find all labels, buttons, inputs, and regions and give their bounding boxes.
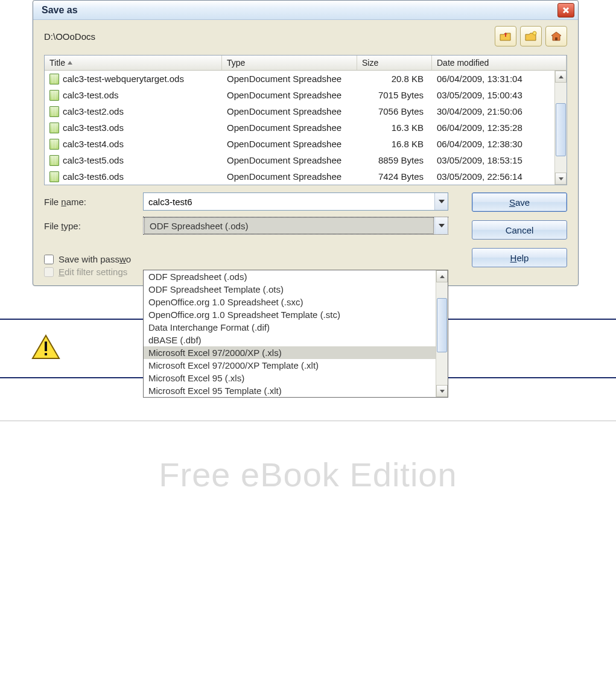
filetype-option[interactable]: Microsoft Excel 97/2000/XP Template (.xl… xyxy=(144,359,448,372)
svg-rect-2 xyxy=(45,342,47,351)
new-folder-icon[interactable] xyxy=(520,26,542,46)
filetype-label: File type: xyxy=(44,221,143,231)
filetype-option[interactable]: Microsoft Excel 95 (.xls) xyxy=(144,372,448,384)
filetype-option[interactable]: Data Interchange Format (.dif) xyxy=(144,321,448,334)
close-icon[interactable] xyxy=(557,3,574,17)
spreadsheet-file-icon xyxy=(49,90,59,101)
filetype-option[interactable]: ODF Spreadsheet (.ods) xyxy=(144,270,448,283)
watermark: Free eBook Edition xyxy=(0,455,616,494)
file-list[interactable]: Title Type Size Date modified calc3-test… xyxy=(44,55,567,185)
filetype-option[interactable]: OpenOffice.org 1.0 Spreadsheet Template … xyxy=(144,308,448,321)
spreadsheet-file-icon xyxy=(49,171,59,182)
filename-input[interactable] xyxy=(144,197,434,207)
chevron-down-icon[interactable] xyxy=(434,217,448,234)
table-row[interactable]: calc3-test6.odsOpenDocument Spreadshee74… xyxy=(45,168,567,185)
chevron-down-icon[interactable] xyxy=(434,193,448,210)
sort-asc-icon xyxy=(68,61,72,65)
column-size[interactable]: Size xyxy=(357,56,432,70)
filetype-selected: ODF Spreadsheet (.ods) xyxy=(144,217,434,234)
dropdown-scrollbar[interactable] xyxy=(436,270,448,397)
cancel-button[interactable]: Cancel xyxy=(472,220,567,240)
save-as-dialog: Save as D:\OOoDocs xyxy=(33,0,579,286)
filetype-option[interactable]: OpenOffice.org 1.0 Spreadsheet (.sxc) xyxy=(144,296,448,308)
warning-icon xyxy=(31,334,60,363)
spreadsheet-file-icon xyxy=(49,155,59,166)
filetype-dropdown[interactable]: ODF Spreadsheet (.ods)ODF Spreadsheet Te… xyxy=(143,270,448,398)
filetype-option[interactable]: ODF Spreadsheet Template (.ots) xyxy=(144,283,448,296)
current-path: D:\OOoDocs xyxy=(44,31,491,42)
filetype-combo[interactable]: ODF Spreadsheet (.ods) xyxy=(143,217,448,235)
filename-label: File name: xyxy=(44,197,143,207)
spreadsheet-file-icon xyxy=(49,74,59,84)
filetype-option[interactable]: dBASE (.dbf) xyxy=(144,334,448,346)
save-with-password-checkbox[interactable]: Save with passwo xyxy=(44,254,459,264)
table-row[interactable]: calc3-test3.odsOpenDocument Spreadshee16… xyxy=(45,119,567,136)
titlebar[interactable]: Save as xyxy=(33,1,578,20)
column-date[interactable]: Date modified xyxy=(432,56,567,70)
svg-rect-1 xyxy=(555,37,557,40)
save-button[interactable]: Save xyxy=(472,192,567,212)
scroll-down-icon[interactable] xyxy=(436,385,448,397)
table-row[interactable]: calc3-test-webquerytarget.odsOpenDocumen… xyxy=(45,71,567,87)
file-list-scrollbar[interactable] xyxy=(554,71,567,185)
column-title[interactable]: Title xyxy=(45,56,222,70)
column-type[interactable]: Type xyxy=(222,56,357,70)
table-row[interactable]: calc3-test4.odsOpenDocument Spreadshee16… xyxy=(45,136,567,152)
help-button[interactable]: Help xyxy=(472,248,567,267)
svg-point-0 xyxy=(533,31,536,35)
filename-combo[interactable] xyxy=(143,192,448,211)
up-folder-icon[interactable] xyxy=(495,26,516,46)
home-icon[interactable] xyxy=(545,26,567,46)
filetype-option[interactable]: Microsoft Excel 97/2000/XP (.xls) xyxy=(144,346,448,359)
filetype-option[interactable]: Microsoft Excel 95 Template (.xlt) xyxy=(144,384,448,397)
table-row[interactable]: calc3-test5.odsOpenDocument Spreadshee88… xyxy=(45,152,567,168)
scroll-down-icon[interactable] xyxy=(555,173,567,185)
spreadsheet-file-icon xyxy=(49,139,59,150)
spreadsheet-file-icon xyxy=(49,122,59,133)
window-title: Save as xyxy=(42,5,557,16)
spreadsheet-file-icon xyxy=(49,106,59,117)
svg-rect-3 xyxy=(45,353,47,355)
scroll-up-icon[interactable] xyxy=(555,71,567,83)
scroll-up-icon[interactable] xyxy=(436,270,448,282)
table-row[interactable]: calc3-test.odsOpenDocument Spreadshee701… xyxy=(45,87,567,103)
table-row[interactable]: calc3-test2.odsOpenDocument Spreadshee70… xyxy=(45,103,567,119)
